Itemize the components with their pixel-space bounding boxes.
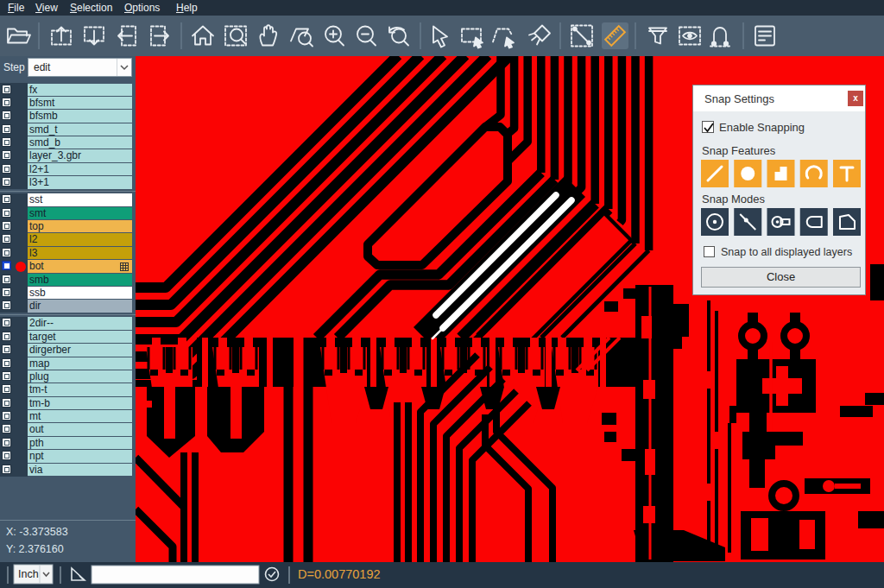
svg-text:Inch: Inch: [18, 568, 39, 580]
svg-text:D=0.00770192: D=0.00770192: [298, 567, 381, 581]
